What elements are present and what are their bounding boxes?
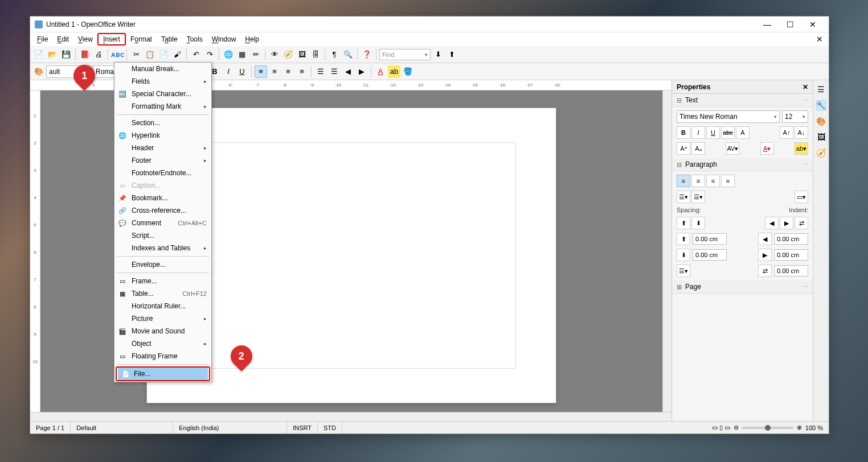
sidebar-font-size[interactable]: 12: [782, 110, 808, 123]
menu-bookmark[interactable]: 📌Bookmark...: [114, 192, 211, 204]
minimize-button[interactable]: —: [756, 18, 779, 31]
menu-tools[interactable]: Tools: [182, 34, 207, 44]
menu-section[interactable]: Section...: [114, 117, 211, 129]
status-selection[interactable]: STD: [318, 422, 342, 434]
menu-special-character[interactable]: 🔤Special Character...: [114, 88, 211, 100]
spacing-decrease-button[interactable]: ⬇: [691, 217, 705, 229]
zoom-out-button[interactable]: ⊖: [734, 424, 739, 431]
menu-picture[interactable]: Picture▸: [114, 312, 211, 325]
find-replace-button[interactable]: 👁: [268, 48, 281, 61]
find-next-button[interactable]: ⬇: [432, 48, 444, 61]
sidebar-underline-button[interactable]: U: [706, 126, 720, 139]
zoom-in-button[interactable]: ⊕: [797, 424, 802, 431]
indent-hanging-button[interactable]: ⇄: [795, 217, 808, 229]
section-paragraph-header[interactable]: Paragraph ⋯: [672, 158, 813, 171]
more-options-icon[interactable]: ⋯: [802, 283, 808, 291]
highlight-button[interactable]: ab: [388, 65, 400, 78]
numbered-list-button[interactable]: ☰: [314, 65, 327, 78]
menu-frame[interactable]: ▭Frame...: [114, 275, 211, 287]
menu-fields[interactable]: Fields▸: [114, 75, 211, 88]
close-document-button[interactable]: ✕: [813, 35, 826, 44]
navigator-tab-icon[interactable]: 🧭: [816, 147, 827, 159]
styles-button[interactable]: 🎨: [32, 65, 45, 78]
sidebar-close-icon[interactable]: ✕: [803, 83, 808, 91]
sidebar-bullets-button[interactable]: ☰▾: [677, 191, 690, 203]
sidebar-align-right-button[interactable]: ≡: [706, 175, 720, 187]
menu-hyperlink[interactable]: 🌐Hyperlink: [114, 129, 211, 142]
menu-indexes[interactable]: Indexes and Tables▸: [114, 242, 211, 254]
menu-footnote[interactable]: Footnote/Endnote...: [114, 167, 211, 179]
font-color-button[interactable]: A: [374, 65, 387, 78]
sidebar-increase-font-button[interactable]: A↑: [780, 126, 793, 139]
menu-insert[interactable]: Insert: [97, 33, 126, 46]
zoom-slider[interactable]: [742, 427, 793, 429]
format-paintbrush-button[interactable]: 🖌: [171, 48, 183, 61]
menu-movie-sound[interactable]: 🎬Movie and Sound: [114, 325, 211, 337]
align-right-button[interactable]: ≡: [282, 65, 294, 78]
table-button[interactable]: ▦: [236, 48, 248, 61]
menu-file[interactable]: 📄File...: [118, 368, 208, 380]
indent-increase-button[interactable]: ▶: [780, 217, 793, 229]
navigator-button[interactable]: 🧭: [282, 48, 294, 61]
menu-window[interactable]: Window: [207, 34, 241, 44]
indent-decrease-button[interactable]: ◀: [765, 217, 779, 229]
close-button[interactable]: ✕: [801, 18, 824, 31]
text-area[interactable]: [187, 142, 516, 369]
menu-formatting-mark[interactable]: Formatting Mark▸: [114, 100, 211, 113]
sidebar-numbers-button[interactable]: ☰▾: [691, 191, 705, 203]
align-justify-button[interactable]: ≡: [296, 65, 308, 78]
menu-floating-frame[interactable]: ▭Floating Frame: [114, 350, 211, 362]
menu-view[interactable]: View: [73, 34, 97, 44]
more-options-icon[interactable]: ⋯: [802, 97, 808, 104]
menu-horizontal-ruler[interactable]: Horizontal Ruler...: [114, 300, 211, 312]
line-spacing-button[interactable]: ☰▾: [677, 265, 690, 277]
menu-table[interactable]: ▦Table...Ctrl+F12: [114, 287, 211, 300]
bullet-list-button[interactable]: ☰: [328, 65, 341, 78]
more-options-icon[interactable]: ⋯: [802, 161, 808, 168]
indent-left-input[interactable]: [774, 233, 808, 245]
sidebar-bgcolor-button[interactable]: ▭▾: [795, 191, 808, 203]
section-page-header[interactable]: Page ⋯: [672, 280, 813, 294]
decrease-indent-button[interactable]: ◀: [342, 65, 354, 78]
section-text-header[interactable]: Text ⋯: [672, 94, 813, 107]
find-input[interactable]: Find: [379, 49, 431, 60]
sidebar-font-name[interactable]: Times New Roman: [677, 110, 780, 123]
sidebar-align-left-button[interactable]: ≡: [677, 175, 690, 187]
spacing-below-input[interactable]: [693, 249, 727, 261]
indent-right-input[interactable]: [774, 249, 808, 261]
menu-help[interactable]: Help: [240, 34, 264, 44]
italic-button[interactable]: I: [222, 65, 235, 78]
spacing-increase-button[interactable]: ⬆: [677, 217, 690, 229]
sidebar-align-justify-button[interactable]: ≡: [721, 175, 735, 187]
sidebar-align-center-button[interactable]: ≡: [691, 175, 705, 187]
hyperlink-button[interactable]: 🌐: [222, 48, 235, 61]
drawing-button[interactable]: ✏: [249, 48, 262, 61]
horizontal-scrollbar[interactable]: [30, 412, 672, 421]
sidebar-superscript-button[interactable]: Aᵃ: [677, 142, 690, 155]
align-center-button[interactable]: ≡: [268, 65, 281, 78]
indent-first-input[interactable]: [774, 265, 808, 277]
vertical-ruler[interactable]: 12345678910: [30, 90, 40, 412]
menu-crossref[interactable]: 🔗Cross-reference...: [114, 204, 211, 217]
gallery-tab-icon[interactable]: 🖼: [816, 131, 827, 143]
status-style[interactable]: Default: [71, 422, 173, 434]
styles-tab-icon[interactable]: 🎨: [816, 116, 827, 127]
align-left-button[interactable]: ≡: [255, 65, 267, 78]
nonprinting-button[interactable]: ¶: [328, 48, 341, 61]
properties-tab-icon[interactable]: 🔧: [816, 100, 827, 111]
vertical-scrollbar[interactable]: [662, 90, 672, 412]
menu-manual-break[interactable]: Manual Break...: [114, 63, 211, 75]
menu-header[interactable]: Header▸: [114, 142, 211, 154]
find-prev-button[interactable]: ⬆: [445, 48, 458, 61]
increase-indent-button[interactable]: ▶: [355, 65, 368, 78]
menu-object[interactable]: Object▸: [114, 337, 211, 350]
spacing-above-input[interactable]: [693, 233, 727, 245]
zoom-button[interactable]: 🔍: [342, 48, 354, 61]
sidebar-shadow-button[interactable]: A: [736, 126, 750, 139]
menu-envelope[interactable]: Envelope...: [114, 258, 211, 271]
sidebar-highlight-button[interactable]: ab▾: [795, 142, 808, 155]
gallery-button[interactable]: 🖼: [296, 48, 308, 61]
copy-button[interactable]: 📋: [144, 48, 156, 61]
data-sources-button[interactable]: 🗄: [309, 48, 322, 61]
print-button[interactable]: 🖨: [92, 48, 105, 61]
